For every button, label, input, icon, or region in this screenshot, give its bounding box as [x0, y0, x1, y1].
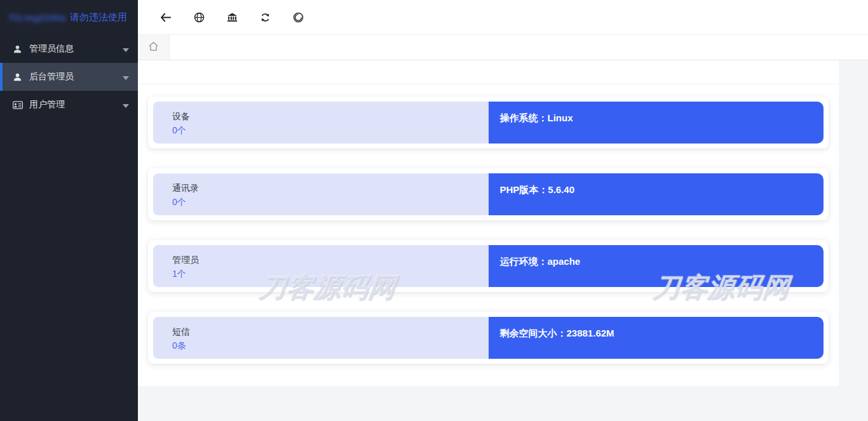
bank-icon[interactable] [225, 10, 239, 24]
back-icon[interactable] [159, 10, 173, 24]
stat-info: 操作系统：Linux [489, 102, 824, 144]
stat-info: PHP版本：5.6.40 [489, 173, 824, 215]
stat-label: 设备 [172, 111, 489, 123]
panel-header-strip [138, 60, 839, 84]
home-icon [148, 41, 159, 54]
stat-card-devices: 设备 0个 操作系统：Linux [148, 97, 829, 149]
stat-card-admins: 管理员 1个 运行环境：apache [148, 240, 829, 292]
user-icon [13, 44, 24, 54]
sidebar-item-label: 后台管理员 [29, 71, 123, 83]
stat-label: 管理员 [172, 255, 489, 266]
sidebar-item-label: 用户管理 [29, 99, 123, 110]
tab-home[interactable] [138, 35, 170, 60]
stat-card-contacts: 通讯录 0个 PHP版本：5.6.40 [148, 168, 829, 220]
chevron-down-icon [123, 72, 129, 82]
toolbar [138, 0, 868, 35]
stat-cards: 设备 0个 操作系统：Linux 通讯录 0个 PHP版本：5.6.40 [138, 84, 839, 364]
refresh-icon[interactable] [258, 10, 272, 24]
stat-count: 0个 [172, 197, 489, 208]
sidebar-brand: TG:mg2100a 请勿违法使用 [0, 0, 138, 35]
stat-card-left: 管理员 1个 [153, 245, 489, 287]
sidebar-item-label: 管理员信息 [29, 43, 123, 55]
brand-blurred-text: TG:mg2100a [8, 12, 65, 23]
stat-label: 通讯录 [172, 183, 489, 194]
app-window: TG:mg2100a 请勿违法使用 管理员信息 后台管理员 [0, 0, 868, 421]
sidebar: TG:mg2100a 请勿违法使用 管理员信息 后台管理员 [0, 0, 138, 421]
stat-card-left: 设备 0个 [153, 102, 489, 144]
sidebar-item-admin-info[interactable]: 管理员信息 [0, 35, 138, 63]
stat-card-left: 通讯录 0个 [153, 173, 489, 215]
stat-card-left: 短信 0条 [153, 317, 489, 359]
id-card-icon [13, 101, 24, 109]
stat-label: 短信 [172, 326, 489, 338]
main-area: 设备 0个 操作系统：Linux 通讯录 0个 PHP版本：5.6.40 [138, 0, 868, 421]
stat-info: 运行环境：apache [489, 245, 824, 287]
tab-bar [138, 35, 868, 60]
stat-count: 0条 [172, 340, 489, 352]
brand-warning-text: 请勿违法使用 [70, 11, 127, 23]
stat-count: 0个 [172, 125, 489, 137]
globe-icon[interactable] [192, 10, 206, 24]
chevron-down-icon [123, 44, 129, 54]
chevron-down-icon [123, 100, 129, 110]
clear-cache-icon[interactable] [291, 10, 305, 24]
content-area: 设备 0个 操作系统：Linux 通讯录 0个 PHP版本：5.6.40 [138, 60, 868, 421]
stat-count: 1个 [172, 269, 489, 280]
user-icon [13, 72, 24, 82]
dashboard-panel: 设备 0个 操作系统：Linux 通讯录 0个 PHP版本：5.6.40 [138, 60, 839, 386]
sidebar-item-user-management[interactable]: 用户管理 [0, 91, 138, 119]
stat-info: 剩余空间大小：23881.62M [489, 317, 824, 359]
sidebar-menu: 管理员信息 后台管理员 [0, 35, 138, 119]
stat-card-sms: 短信 0条 剩余空间大小：23881.62M [148, 312, 829, 364]
sidebar-item-backend-admin[interactable]: 后台管理员 [0, 63, 138, 91]
